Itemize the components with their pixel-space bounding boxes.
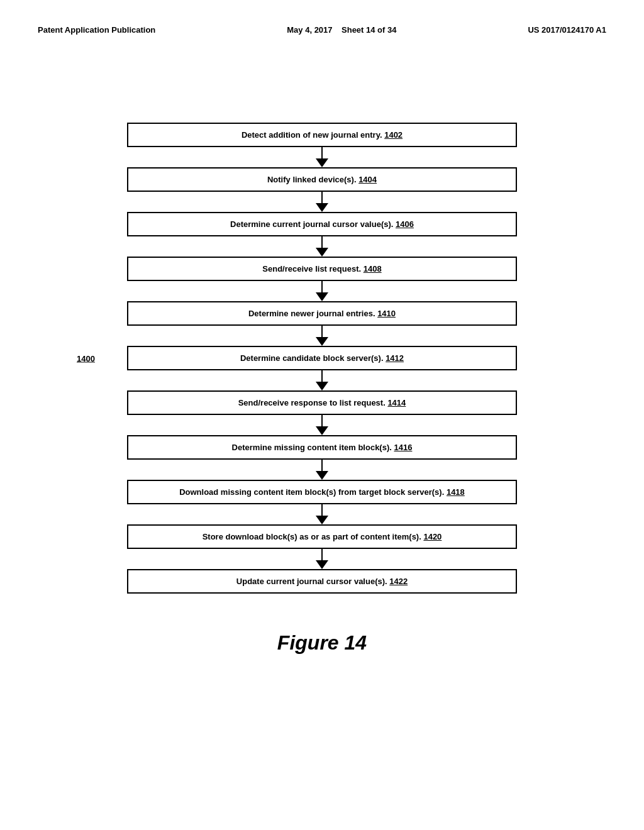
step-11-box: Update current journal cursor value(s). … bbox=[127, 569, 517, 594]
step-11-ref: 1422 bbox=[389, 577, 408, 586]
arrow-line-4 bbox=[321, 281, 323, 292]
arrow-8 bbox=[316, 460, 328, 480]
step-6-box: Determine candidate block server(s). 141… bbox=[127, 346, 517, 370]
step-5-box: Determine newer journal entries. 1410 bbox=[127, 301, 517, 326]
step-4-box: Send/receive list request. 1408 bbox=[127, 257, 517, 281]
step-3-ref: 1406 bbox=[396, 219, 414, 229]
step-8-text: Determine missing content item block(s).… bbox=[232, 443, 413, 452]
arrow-head-5 bbox=[316, 337, 328, 346]
flow-container: 1400 Detect addition of new journal entr… bbox=[127, 123, 517, 594]
step-3-box: Determine current journal cursor value(s… bbox=[127, 212, 517, 236]
step-9-text: Download missing content item block(s) f… bbox=[179, 487, 465, 497]
arrow-head-4 bbox=[316, 292, 328, 301]
arrow-line-3 bbox=[321, 236, 323, 248]
step-2-ref: 1404 bbox=[358, 175, 377, 184]
arrow-line-1 bbox=[321, 147, 323, 158]
arrow-2 bbox=[316, 192, 328, 212]
step-5-ref: 1410 bbox=[377, 309, 396, 318]
arrow-line-9 bbox=[321, 504, 323, 516]
step-4-ref: 1408 bbox=[364, 264, 382, 274]
diagram-ref-label: 1400 bbox=[77, 353, 95, 363]
step-2-box: Notify linked device(s). 1404 bbox=[127, 167, 517, 192]
step-7-text: Send/receive response to list request. 1… bbox=[238, 398, 406, 407]
step-3-text: Determine current journal cursor value(s… bbox=[230, 219, 414, 229]
arrow-4 bbox=[316, 281, 328, 301]
step-10-box: Store download block(s) as or as part of… bbox=[127, 524, 517, 549]
header-date: May 4, 2017 bbox=[287, 25, 332, 35]
figure-label: Figure 14 bbox=[277, 631, 367, 655]
arrow-head-3 bbox=[316, 248, 328, 257]
arrow-10 bbox=[316, 549, 328, 569]
step-8-box: Determine missing content item block(s).… bbox=[127, 435, 517, 460]
arrow-5 bbox=[316, 326, 328, 346]
arrow-line-10 bbox=[321, 549, 323, 560]
arrow-head-10 bbox=[316, 560, 328, 569]
arrow-line-2 bbox=[321, 192, 323, 203]
arrow-head-9 bbox=[316, 516, 328, 524]
step-10-ref: 1420 bbox=[423, 532, 441, 541]
header-publication-type: Patent Application Publication bbox=[38, 25, 155, 35]
step-1-ref: 1402 bbox=[384, 130, 402, 140]
arrow-7 bbox=[316, 415, 328, 435]
step-7-ref: 1414 bbox=[387, 398, 406, 407]
step-2-text: Notify linked device(s). 1404 bbox=[267, 175, 377, 184]
arrow-head-2 bbox=[316, 203, 328, 212]
step-6-text: Determine candidate block server(s). 141… bbox=[240, 353, 404, 363]
step-10-text: Store download block(s) as or as part of… bbox=[203, 532, 442, 541]
step-7-box: Send/receive response to list request. 1… bbox=[127, 390, 517, 415]
arrow-line-6 bbox=[321, 370, 323, 382]
header-sheet: Sheet 14 of 34 bbox=[341, 25, 396, 35]
diagram-area: 1400 Detect addition of new journal entr… bbox=[0, 123, 644, 655]
step-1-box: Detect addition of new journal entry. 14… bbox=[127, 123, 517, 147]
arrow-line-5 bbox=[321, 326, 323, 337]
arrow-3 bbox=[316, 236, 328, 257]
step-6-ref: 1412 bbox=[386, 353, 404, 363]
arrow-line-8 bbox=[321, 460, 323, 471]
step-9-ref: 1418 bbox=[447, 487, 465, 497]
step-1-text: Detect addition of new journal entry. 14… bbox=[242, 130, 402, 140]
header-patent-number: US 2017/0124170 A1 bbox=[528, 25, 606, 35]
arrow-head-8 bbox=[316, 471, 328, 480]
arrow-head-6 bbox=[316, 382, 328, 390]
arrow-6 bbox=[316, 370, 328, 390]
step-11-text: Update current journal cursor value(s). … bbox=[236, 577, 408, 586]
step-9-box: Download missing content item block(s) f… bbox=[127, 480, 517, 504]
arrow-1 bbox=[316, 147, 328, 167]
step-4-text: Send/receive list request. 1408 bbox=[262, 264, 381, 274]
arrow-head-7 bbox=[316, 426, 328, 435]
arrow-9 bbox=[316, 504, 328, 524]
step-5-text: Determine newer journal entries. 1410 bbox=[248, 309, 396, 318]
header-date-sheet: May 4, 2017 Sheet 14 of 34 bbox=[287, 25, 396, 35]
step-8-ref: 1416 bbox=[394, 443, 412, 452]
page: Patent Application Publication May 4, 20… bbox=[0, 0, 644, 830]
page-header: Patent Application Publication May 4, 20… bbox=[0, 0, 644, 47]
arrow-head-1 bbox=[316, 158, 328, 167]
arrow-line-7 bbox=[321, 415, 323, 426]
